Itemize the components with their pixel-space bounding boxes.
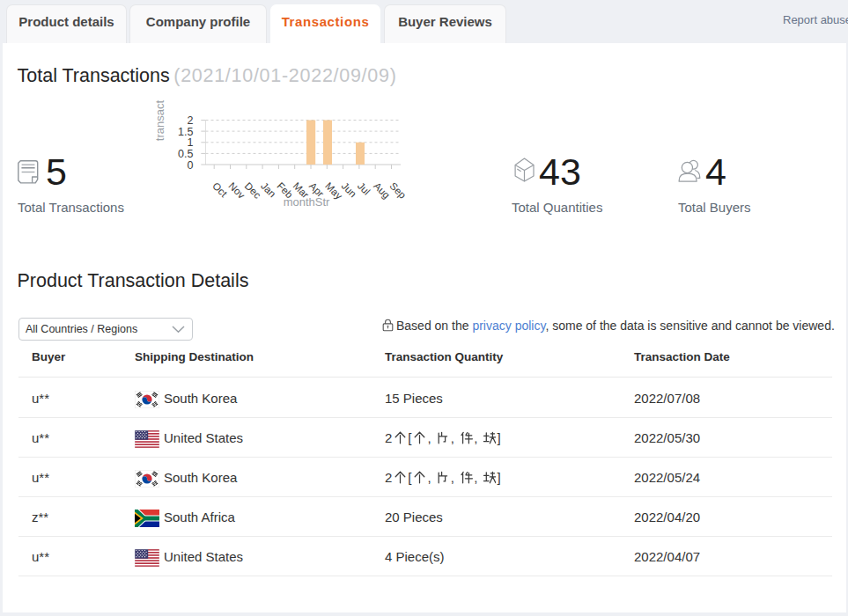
svg-text:Aug: Aug — [372, 180, 392, 201]
svg-text:0: 0 — [188, 159, 194, 172]
svg-text:Jan: Jan — [259, 180, 278, 200]
svg-text:Jul: Jul — [356, 180, 372, 197]
svg-text:Jun: Jun — [339, 180, 358, 200]
svg-text:monthStr: monthStr — [284, 195, 330, 209]
svg-text:Oct: Oct — [210, 180, 230, 200]
svg-text:Dec: Dec — [243, 180, 263, 201]
svg-text:Nov: Nov — [226, 180, 247, 201]
svg-text:Sep: Sep — [387, 180, 408, 201]
svg-text:transact: transact — [153, 99, 166, 141]
